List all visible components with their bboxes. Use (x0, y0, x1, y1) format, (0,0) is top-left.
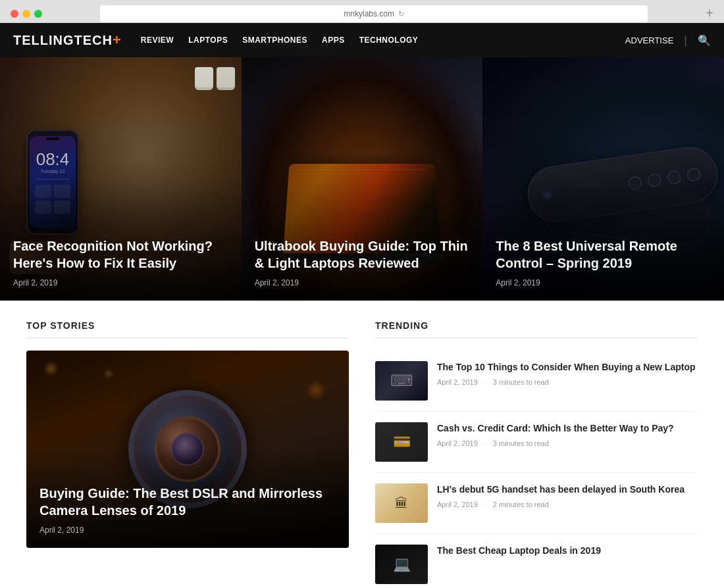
trending-item-1[interactable]: The Top 10 Things to Consider When Buyin… (375, 351, 698, 412)
logo-telling: TELLING (13, 33, 74, 48)
search-icon[interactable]: 🔍 (698, 34, 711, 47)
trending-title: TRENDING (375, 320, 698, 339)
meta-dot-2: · (484, 439, 486, 447)
top-story-card[interactable]: Buying Guide: The Best DSLR and Mirrorle… (26, 351, 349, 548)
trending-meta-2: April 2, 2019 · 3 minutes to read (437, 439, 698, 447)
nav-link-technology[interactable]: TECHNOLOGY (359, 36, 419, 45)
top-story-date: April 2, 2019 (39, 526, 336, 535)
trending-date-2: April 2, 2019 (437, 439, 478, 447)
hero-card-1[interactable]: 08:4 Tuesday 23 (0, 57, 242, 301)
thumb-card-img (375, 422, 428, 462)
nav-link-smartphones[interactable]: SMARTPHONES (242, 36, 307, 45)
url-text: mnkylabs.com (344, 9, 394, 18)
top-stories-section: TOP STORIES (26, 320, 349, 588)
trending-meta-1: April 2, 2019 · 3 minutes to read (437, 378, 698, 386)
thumb-5g-img (375, 483, 428, 523)
trending-item-4[interactable]: The Best Cheap Laptop Deals in 2019 (375, 534, 698, 588)
trending-read-time-2: 3 minutes to read (493, 439, 549, 447)
trending-list: The Top 10 Things to Consider When Buyin… (375, 351, 698, 588)
meta-dot-1: · (484, 378, 486, 386)
hero-card-3-content: The 8 Best Universal Remote Control – Sp… (482, 224, 724, 301)
trending-section: TRENDING The Top 10 Things to Consider W… (375, 320, 698, 588)
new-tab-button[interactable]: + (706, 7, 713, 21)
website: TELLINGTECH+ REVIEW LAPTOPS SMARTPHONES … (0, 23, 724, 588)
trending-thumb-1 (375, 361, 428, 401)
trending-meta-3: April 2, 2019 · 2 minutes to read (437, 501, 698, 508)
trending-thumb-4 (375, 545, 428, 584)
trending-date-1: April 2, 2019 (437, 378, 478, 386)
traffic-light-yellow[interactable] (22, 10, 30, 18)
hero-card-2[interactable]: Ultrabook Buying Guide: Top Thin & Light… (242, 57, 483, 301)
trending-info-4: The Best Cheap Laptop Deals in 2019 (437, 545, 698, 562)
hero-card-1-date: April 2, 2019 (13, 278, 228, 287)
traffic-light-green[interactable] (34, 10, 42, 18)
top-stories-title: TOP STORIES (26, 320, 349, 339)
trending-thumb-2 (375, 422, 428, 462)
logo[interactable]: TELLINGTECH+ (13, 32, 121, 49)
trending-info-1: The Top 10 Things to Consider When Buyin… (437, 361, 698, 386)
trending-title-2: Cash vs. Credit Card: Which Is the Bette… (437, 422, 698, 435)
trending-thumb-3 (375, 483, 428, 523)
trending-read-time-3: 2 minutes to read (493, 501, 549, 508)
trending-item-3[interactable]: LH's debut 5G handset has been delayed i… (375, 473, 698, 534)
nav-right: ADVERTISE | 🔍 (625, 34, 711, 47)
hero-card-1-content: Face Recognition Not Working? Here's How… (0, 224, 242, 301)
trending-info-2: Cash vs. Credit Card: Which Is the Bette… (437, 422, 698, 447)
trending-title-1: The Top 10 Things to Consider When Buyin… (437, 361, 698, 374)
hero-card-2-date: April 2, 2019 (255, 278, 470, 287)
address-bar[interactable]: mnkylabs.com ↻ (100, 5, 648, 22)
trending-info-3: LH's debut 5G handset has been delayed i… (437, 483, 698, 508)
trending-title-3: LH's debut 5G handset has been delayed i… (437, 483, 698, 497)
logo-plus: + (113, 32, 121, 49)
top-story-article-title: Buying Guide: The Best DSLR and Mirrorle… (39, 485, 336, 519)
hero-card-2-title: Ultrabook Buying Guide: Top Thin & Light… (255, 237, 470, 272)
nav-links: REVIEW LAPTOPS SMARTPHONES APPS TECHNOLO… (141, 36, 419, 45)
hero-card-1-title: Face Recognition Not Working? Here's How… (13, 237, 228, 272)
hero-card-2-content: Ultrabook Buying Guide: Top Thin & Light… (242, 224, 483, 301)
thumb-laptop-img (375, 361, 428, 401)
trending-read-time-1: 3 minutes to read (493, 378, 549, 386)
trending-date-3: April 2, 2019 (437, 501, 478, 508)
trending-item-2[interactable]: Cash vs. Credit Card: Which Is the Bette… (375, 412, 698, 473)
nav-link-laptops[interactable]: LAPTOPS (188, 36, 228, 45)
hero-card-3-title: The 8 Best Universal Remote Control – Sp… (496, 237, 711, 272)
trending-title-4: The Best Cheap Laptop Deals in 2019 (437, 545, 698, 558)
traffic-lights (11, 10, 42, 18)
nav-link-apps[interactable]: APPS (322, 36, 345, 45)
browser-chrome: mnkylabs.com ↻ + (0, 0, 724, 23)
advertise-link[interactable]: ADVERTISE (625, 36, 673, 45)
main-content: TOP STORIES (0, 301, 724, 588)
hero-card-3[interactable]: The 8 Best Universal Remote Control – Sp… (482, 57, 724, 301)
nav-divider: | (684, 34, 687, 47)
nav-link-review[interactable]: REVIEW (141, 36, 174, 45)
traffic-light-red[interactable] (11, 10, 18, 18)
top-story-content: Buying Guide: The Best DSLR and Mirrorle… (26, 472, 349, 548)
logo-tech: TECH (74, 33, 113, 48)
reload-icon[interactable]: ↻ (398, 10, 404, 18)
hero-card-3-date: April 2, 2019 (496, 278, 711, 287)
navbar: TELLINGTECH+ REVIEW LAPTOPS SMARTPHONES … (0, 23, 724, 57)
hero-grid: 08:4 Tuesday 23 (0, 57, 724, 301)
thumb-cheap-img (375, 545, 428, 584)
meta-dot-3: · (484, 501, 486, 508)
